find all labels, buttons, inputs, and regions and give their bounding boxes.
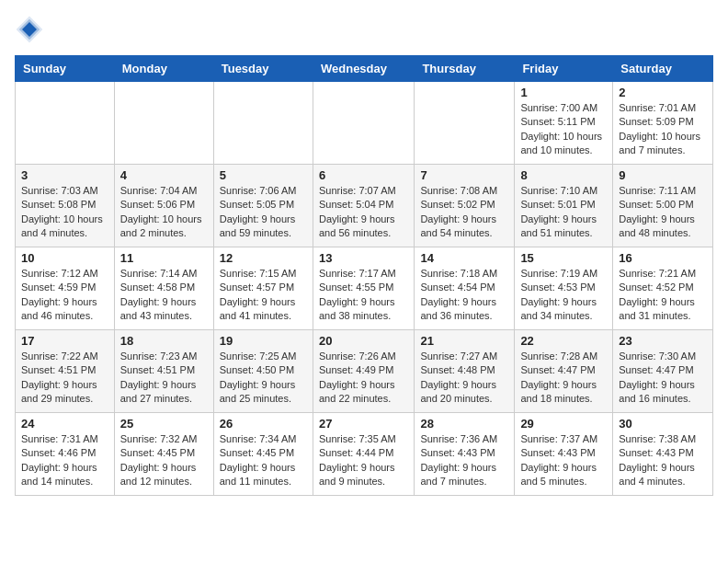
day-info: Sunrise: 7:07 AM Sunset: 5:04 PM Dayligh… bbox=[319, 184, 408, 241]
day-number: 22 bbox=[520, 334, 607, 348]
day-info: Sunrise: 7:14 AM Sunset: 4:58 PM Dayligh… bbox=[120, 267, 208, 324]
day-number: 7 bbox=[420, 168, 508, 182]
calendar-cell: 25Sunrise: 7:32 AM Sunset: 4:45 PM Dayli… bbox=[114, 413, 213, 496]
day-info: Sunrise: 7:21 AM Sunset: 4:52 PM Dayligh… bbox=[619, 267, 707, 324]
week-row-4: 17Sunrise: 7:22 AM Sunset: 4:51 PM Dayli… bbox=[16, 330, 713, 413]
day-info: Sunrise: 7:27 AM Sunset: 4:48 PM Dayligh… bbox=[420, 350, 508, 407]
day-info: Sunrise: 7:25 AM Sunset: 4:50 PM Dayligh… bbox=[220, 350, 307, 407]
week-row-2: 3Sunrise: 7:03 AM Sunset: 5:08 PM Daylig… bbox=[16, 165, 713, 247]
day-number: 11 bbox=[120, 251, 208, 265]
weekday-header-thursday: Thursday bbox=[415, 56, 515, 82]
calendar-cell: 2Sunrise: 7:01 AM Sunset: 5:09 PM Daylig… bbox=[613, 82, 713, 165]
page-header bbox=[15, 15, 713, 44]
calendar-cell: 23Sunrise: 7:30 AM Sunset: 4:47 PM Dayli… bbox=[613, 330, 713, 413]
calendar-cell: 22Sunrise: 7:28 AM Sunset: 4:47 PM Dayli… bbox=[515, 330, 613, 413]
calendar-cell: 27Sunrise: 7:35 AM Sunset: 4:44 PM Dayli… bbox=[313, 413, 414, 496]
week-row-1: 1Sunrise: 7:00 AM Sunset: 5:11 PM Daylig… bbox=[16, 82, 713, 165]
day-number: 1 bbox=[520, 86, 607, 99]
calendar-cell: 4Sunrise: 7:04 AM Sunset: 5:06 PM Daylig… bbox=[114, 165, 213, 247]
day-info: Sunrise: 7:12 AM Sunset: 4:59 PM Dayligh… bbox=[21, 267, 108, 324]
day-info: Sunrise: 7:00 AM Sunset: 5:11 PM Dayligh… bbox=[520, 101, 607, 158]
day-number: 16 bbox=[619, 251, 707, 265]
day-info: Sunrise: 7:26 AM Sunset: 4:49 PM Dayligh… bbox=[319, 350, 408, 407]
calendar-cell: 1Sunrise: 7:00 AM Sunset: 5:11 PM Daylig… bbox=[515, 82, 613, 165]
logo-icon bbox=[15, 15, 44, 44]
day-number: 13 bbox=[319, 251, 408, 265]
day-info: Sunrise: 7:08 AM Sunset: 5:02 PM Dayligh… bbox=[420, 184, 508, 241]
calendar-header: SundayMondayTuesdayWednesdayThursdayFrid… bbox=[16, 56, 713, 82]
calendar-cell bbox=[114, 82, 213, 165]
calendar-cell: 10Sunrise: 7:12 AM Sunset: 4:59 PM Dayli… bbox=[16, 247, 115, 330]
week-row-5: 24Sunrise: 7:31 AM Sunset: 4:46 PM Dayli… bbox=[16, 413, 713, 496]
day-info: Sunrise: 7:17 AM Sunset: 4:55 PM Dayligh… bbox=[319, 267, 408, 324]
day-info: Sunrise: 7:04 AM Sunset: 5:06 PM Dayligh… bbox=[120, 184, 208, 241]
calendar-cell: 29Sunrise: 7:37 AM Sunset: 4:43 PM Dayli… bbox=[515, 413, 613, 496]
day-number: 15 bbox=[520, 251, 607, 265]
day-info: Sunrise: 7:01 AM Sunset: 5:09 PM Dayligh… bbox=[619, 101, 707, 158]
calendar-cell: 30Sunrise: 7:38 AM Sunset: 4:43 PM Dayli… bbox=[613, 413, 713, 496]
calendar-cell: 13Sunrise: 7:17 AM Sunset: 4:55 PM Dayli… bbox=[313, 247, 414, 330]
day-info: Sunrise: 7:06 AM Sunset: 5:05 PM Dayligh… bbox=[220, 184, 307, 241]
day-info: Sunrise: 7:30 AM Sunset: 4:47 PM Dayligh… bbox=[619, 350, 707, 407]
day-number: 26 bbox=[220, 417, 307, 431]
calendar-cell: 9Sunrise: 7:11 AM Sunset: 5:00 PM Daylig… bbox=[613, 165, 713, 247]
day-number: 23 bbox=[619, 334, 707, 348]
day-info: Sunrise: 7:34 AM Sunset: 4:45 PM Dayligh… bbox=[220, 432, 307, 489]
calendar-table: SundayMondayTuesdayWednesdayThursdayFrid… bbox=[15, 55, 713, 496]
weekday-row: SundayMondayTuesdayWednesdayThursdayFrid… bbox=[16, 56, 713, 82]
day-number: 24 bbox=[21, 417, 108, 431]
day-info: Sunrise: 7:36 AM Sunset: 4:43 PM Dayligh… bbox=[420, 432, 508, 489]
day-number: 28 bbox=[420, 417, 508, 431]
calendar-cell: 17Sunrise: 7:22 AM Sunset: 4:51 PM Dayli… bbox=[16, 330, 115, 413]
day-number: 27 bbox=[319, 417, 408, 431]
calendar-cell: 12Sunrise: 7:15 AM Sunset: 4:57 PM Dayli… bbox=[213, 247, 313, 330]
day-info: Sunrise: 7:23 AM Sunset: 4:51 PM Dayligh… bbox=[120, 350, 208, 407]
calendar-cell: 11Sunrise: 7:14 AM Sunset: 4:58 PM Dayli… bbox=[114, 247, 213, 330]
day-info: Sunrise: 7:32 AM Sunset: 4:45 PM Dayligh… bbox=[120, 432, 208, 489]
calendar-cell bbox=[16, 82, 115, 165]
day-info: Sunrise: 7:35 AM Sunset: 4:44 PM Dayligh… bbox=[319, 432, 408, 489]
day-number: 3 bbox=[21, 168, 108, 182]
day-info: Sunrise: 7:18 AM Sunset: 4:54 PM Dayligh… bbox=[420, 267, 508, 324]
weekday-header-saturday: Saturday bbox=[613, 56, 713, 82]
day-info: Sunrise: 7:28 AM Sunset: 4:47 PM Dayligh… bbox=[520, 350, 607, 407]
calendar-cell: 8Sunrise: 7:10 AM Sunset: 5:01 PM Daylig… bbox=[515, 165, 613, 247]
day-info: Sunrise: 7:19 AM Sunset: 4:53 PM Dayligh… bbox=[520, 267, 607, 324]
day-info: Sunrise: 7:22 AM Sunset: 4:51 PM Dayligh… bbox=[21, 350, 108, 407]
day-number: 20 bbox=[319, 334, 408, 348]
day-number: 2 bbox=[619, 86, 707, 99]
calendar-cell: 26Sunrise: 7:34 AM Sunset: 4:45 PM Dayli… bbox=[213, 413, 313, 496]
calendar-cell bbox=[313, 82, 414, 165]
day-number: 5 bbox=[220, 168, 307, 182]
calendar-cell: 14Sunrise: 7:18 AM Sunset: 4:54 PM Dayli… bbox=[415, 247, 515, 330]
calendar-cell: 20Sunrise: 7:26 AM Sunset: 4:49 PM Dayli… bbox=[313, 330, 414, 413]
calendar-cell: 28Sunrise: 7:36 AM Sunset: 4:43 PM Dayli… bbox=[415, 413, 515, 496]
calendar-cell: 7Sunrise: 7:08 AM Sunset: 5:02 PM Daylig… bbox=[415, 165, 515, 247]
calendar-cell: 6Sunrise: 7:07 AM Sunset: 5:04 PM Daylig… bbox=[313, 165, 414, 247]
calendar-cell: 19Sunrise: 7:25 AM Sunset: 4:50 PM Dayli… bbox=[213, 330, 313, 413]
day-number: 17 bbox=[21, 334, 108, 348]
weekday-header-friday: Friday bbox=[515, 56, 613, 82]
weekday-header-monday: Monday bbox=[114, 56, 213, 82]
day-info: Sunrise: 7:38 AM Sunset: 4:43 PM Dayligh… bbox=[619, 432, 707, 489]
calendar-cell bbox=[213, 82, 313, 165]
calendar-cell: 3Sunrise: 7:03 AM Sunset: 5:08 PM Daylig… bbox=[16, 165, 115, 247]
day-info: Sunrise: 7:11 AM Sunset: 5:00 PM Dayligh… bbox=[619, 184, 707, 241]
week-row-3: 10Sunrise: 7:12 AM Sunset: 4:59 PM Dayli… bbox=[16, 247, 713, 330]
day-number: 6 bbox=[319, 168, 408, 182]
day-info: Sunrise: 7:31 AM Sunset: 4:46 PM Dayligh… bbox=[21, 432, 108, 489]
calendar-cell: 5Sunrise: 7:06 AM Sunset: 5:05 PM Daylig… bbox=[213, 165, 313, 247]
calendar-cell: 18Sunrise: 7:23 AM Sunset: 4:51 PM Dayli… bbox=[114, 330, 213, 413]
day-number: 8 bbox=[520, 168, 607, 182]
day-number: 12 bbox=[220, 251, 307, 265]
day-info: Sunrise: 7:15 AM Sunset: 4:57 PM Dayligh… bbox=[220, 267, 307, 324]
weekday-header-wednesday: Wednesday bbox=[313, 56, 414, 82]
logo bbox=[15, 15, 48, 44]
calendar-cell: 21Sunrise: 7:27 AM Sunset: 4:48 PM Dayli… bbox=[415, 330, 515, 413]
calendar-cell: 16Sunrise: 7:21 AM Sunset: 4:52 PM Dayli… bbox=[613, 247, 713, 330]
day-info: Sunrise: 7:03 AM Sunset: 5:08 PM Dayligh… bbox=[21, 184, 108, 241]
day-number: 14 bbox=[420, 251, 508, 265]
day-number: 25 bbox=[120, 417, 208, 431]
calendar-cell: 15Sunrise: 7:19 AM Sunset: 4:53 PM Dayli… bbox=[515, 247, 613, 330]
day-number: 30 bbox=[619, 417, 707, 431]
